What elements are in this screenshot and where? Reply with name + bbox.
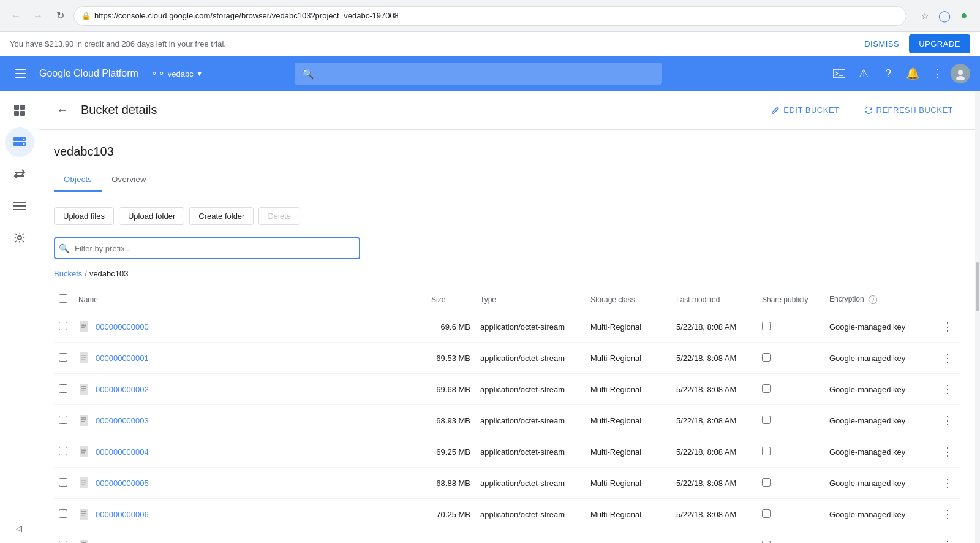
share-publicly-checkbox[interactable] [762, 478, 771, 487]
trial-text: You have $213.90 in credit and 286 days … [10, 39, 226, 48]
refresh-bucket-button[interactable]: REFRESH BUCKET [857, 101, 960, 120]
help-button[interactable]: ? [877, 63, 899, 85]
share-publicly-column-header: Share publicly [757, 288, 824, 311]
row-more-menu-button[interactable]: ⋮ [940, 411, 956, 430]
extension-button[interactable]: ● [956, 7, 973, 25]
svg-rect-8 [20, 105, 25, 110]
row-encryption-cell: Google-managed key [824, 311, 935, 343]
share-publicly-checkbox[interactable] [762, 509, 771, 518]
upload-folder-button[interactable]: Upload folder [119, 207, 184, 225]
row-last-modified-cell: 5/22/18, 8:08 AM [671, 374, 757, 405]
row-share-publicly-cell [757, 499, 824, 530]
svg-rect-3 [833, 69, 845, 78]
row-type-cell: application/octet-stream [475, 530, 586, 544]
row-checkbox-cell [54, 343, 74, 374]
file-name-link[interactable]: 000000000005 [96, 479, 149, 488]
row-checkbox[interactable] [59, 447, 67, 455]
share-publicly-checkbox[interactable] [762, 541, 771, 544]
tab-overview[interactable]: Overview [102, 169, 156, 192]
sidebar-item-grid[interactable] [5, 96, 34, 125]
sidebar-item-storage[interactable] [5, 127, 34, 157]
account-avatar[interactable] [951, 64, 970, 83]
dismiss-button[interactable]: DISMISS [864, 39, 899, 48]
breadcrumb-buckets-link[interactable]: Buckets [54, 269, 82, 278]
row-checkbox-cell [54, 530, 74, 544]
row-checkbox[interactable] [59, 416, 67, 424]
upload-files-button[interactable]: Upload files [54, 207, 114, 225]
file-name-link[interactable]: 000000000003 [96, 416, 149, 425]
share-publicly-checkbox[interactable] [762, 384, 771, 393]
scrollbar-thumb[interactable] [976, 262, 979, 311]
forward-button[interactable]: → [29, 7, 47, 25]
share-publicly-checkbox[interactable] [762, 322, 771, 330]
address-bar[interactable]: 🔒 https://console.cloud.google.com/stora… [74, 6, 907, 26]
row-checkbox[interactable] [59, 322, 67, 330]
file-name-link[interactable]: 000000000001 [96, 354, 149, 363]
share-publicly-checkbox[interactable] [762, 447, 771, 455]
cloud-shell-button[interactable] [828, 63, 850, 85]
delete-button[interactable]: Delete [258, 207, 300, 225]
row-checkbox[interactable] [59, 478, 67, 487]
filter-input[interactable] [54, 237, 360, 259]
table-row: 000000000005 68.88 MB application/octet-… [54, 468, 960, 499]
google-account-button[interactable]: ◯ [936, 7, 953, 25]
hamburger-menu-button[interactable] [10, 63, 32, 85]
row-more-menu-button[interactable]: ⋮ [940, 317, 956, 336]
share-publicly-checkbox[interactable] [762, 416, 771, 424]
app-title: Google Cloud Platform [39, 68, 138, 79]
row-encryption-cell: Google-managed key [824, 530, 935, 544]
row-checkbox[interactable] [59, 541, 67, 544]
file-name-link[interactable]: 000000000007 [96, 541, 149, 544]
row-checkbox[interactable] [59, 384, 67, 393]
svg-rect-41 [81, 482, 86, 483]
row-actions-cell: ⋮ [935, 311, 960, 343]
file-type-icon [78, 321, 91, 333]
share-publicly-checkbox[interactable] [762, 353, 771, 362]
sidebar-item-settings[interactable] [5, 223, 34, 253]
row-more-menu-button[interactable]: ⋮ [940, 442, 956, 461]
row-encryption-cell: Google-managed key [824, 374, 935, 405]
row-more-menu-button[interactable]: ⋮ [940, 536, 956, 543]
upgrade-button[interactable]: UPGRADE [909, 34, 970, 53]
row-size-cell: 69.25 MB [426, 436, 475, 468]
search-bar[interactable]: 🔍 [295, 63, 662, 85]
row-size-cell: 69.67 MB [426, 530, 475, 544]
row-actions-cell: ⋮ [935, 436, 960, 468]
tab-objects[interactable]: Objects [54, 169, 102, 192]
file-name-link[interactable]: 000000000000 [96, 322, 149, 332]
row-more-menu-button[interactable]: ⋮ [940, 380, 956, 398]
row-more-menu-button[interactable]: ⋮ [940, 474, 956, 492]
create-folder-button[interactable]: Create folder [189, 207, 254, 225]
svg-rect-20 [81, 324, 86, 325]
more-options-button[interactable]: ⋮ [926, 63, 948, 85]
svg-rect-40 [81, 480, 86, 481]
back-button[interactable]: ← [7, 7, 24, 25]
edit-bucket-button[interactable]: EDIT BUCKET [764, 101, 846, 120]
row-more-menu-button[interactable]: ⋮ [940, 505, 956, 523]
project-selector[interactable]: ⚬⚬ vedabc ▼ [146, 66, 208, 81]
back-to-buckets-button[interactable]: ← [54, 101, 71, 120]
sidebar-item-transfer[interactable] [5, 159, 34, 189]
file-name-link[interactable]: 000000000002 [96, 385, 149, 394]
encryption-info-icon[interactable]: ? [869, 295, 877, 304]
notifications-button[interactable]: 🔔 [902, 63, 924, 85]
row-checkbox[interactable] [59, 509, 67, 518]
svg-rect-28 [81, 386, 86, 387]
reload-button[interactable]: ↻ [51, 7, 69, 25]
sidebar-collapse-button[interactable]: ◁| [5, 518, 34, 538]
row-checkbox[interactable] [59, 353, 67, 362]
select-all-checkbox[interactable] [59, 294, 67, 303]
file-name-link[interactable]: 000000000006 [96, 510, 149, 519]
row-more-menu-button[interactable]: ⋮ [940, 349, 956, 367]
breadcrumb-current: vedabc103 [89, 269, 129, 278]
svg-rect-26 [81, 359, 85, 360]
sidebar-item-list[interactable] [5, 191, 34, 221]
row-name-cell: 000000000000 [74, 311, 426, 343]
svg-rect-30 [81, 390, 85, 391]
bookmark-button[interactable]: ☆ [916, 7, 933, 25]
table-row: 000000000007 69.67 MB application/octet-… [54, 530, 960, 544]
alerts-button[interactable]: ⚠ [853, 63, 875, 85]
top-nav: Google Cloud Platform ⚬⚬ vedabc ▼ 🔍 ⚠ ? … [0, 56, 980, 91]
scrollbar[interactable] [975, 91, 980, 543]
file-name-link[interactable]: 000000000004 [96, 447, 149, 457]
